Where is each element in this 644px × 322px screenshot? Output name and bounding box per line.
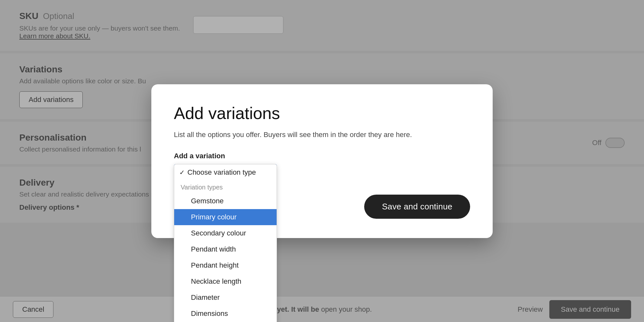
- modal-description: List all the options you offer. Buyers w…: [174, 131, 470, 139]
- add-variations-modal: Add variations List all the options you …: [151, 84, 493, 238]
- dropdown-item-choose[interactable]: Choose variation type: [174, 164, 277, 180]
- dropdown-item-secondary-colour[interactable]: Secondary colour: [174, 225, 277, 241]
- modal-save-continue-button[interactable]: Save and continue: [364, 195, 470, 219]
- dropdown-item-dimensions[interactable]: Dimensions: [174, 306, 277, 322]
- dropdown-category-label: Variation types: [174, 180, 277, 193]
- dropdown-item-diameter[interactable]: Diameter: [174, 290, 277, 306]
- dropdown-item-necklace-length[interactable]: Necklace length: [174, 273, 277, 290]
- variation-select-wrapper: Choose variation type Choose variation t…: [174, 164, 277, 182]
- variation-dropdown-menu: Choose variation type Variation types Ge…: [174, 164, 277, 322]
- add-variation-label: Add a variation: [174, 152, 470, 160]
- dropdown-item-pendant-width[interactable]: Pendant width: [174, 241, 277, 257]
- dropdown-item-gemstone[interactable]: Gemstone: [174, 193, 277, 209]
- dropdown-item-pendant-height[interactable]: Pendant height: [174, 257, 277, 273]
- modal-overlay: Add variations List all the options you …: [0, 0, 644, 322]
- dropdown-item-primary-colour[interactable]: Primary colour: [174, 209, 277, 225]
- modal-title: Add variations: [174, 104, 470, 123]
